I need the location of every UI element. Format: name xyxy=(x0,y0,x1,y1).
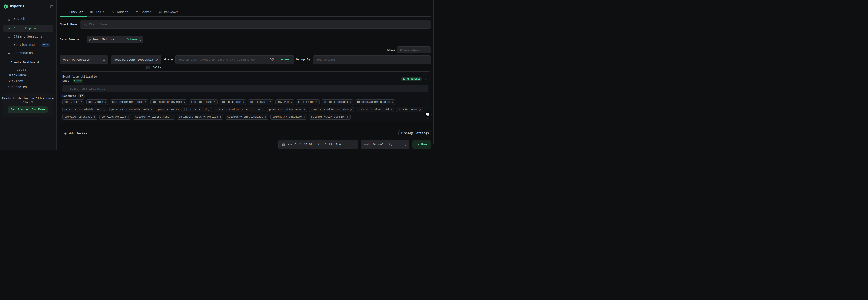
svg-text:1: 1 xyxy=(112,11,113,12)
svg-text:3: 3 xyxy=(113,11,114,13)
svg-text:2: 2 xyxy=(112,12,113,14)
